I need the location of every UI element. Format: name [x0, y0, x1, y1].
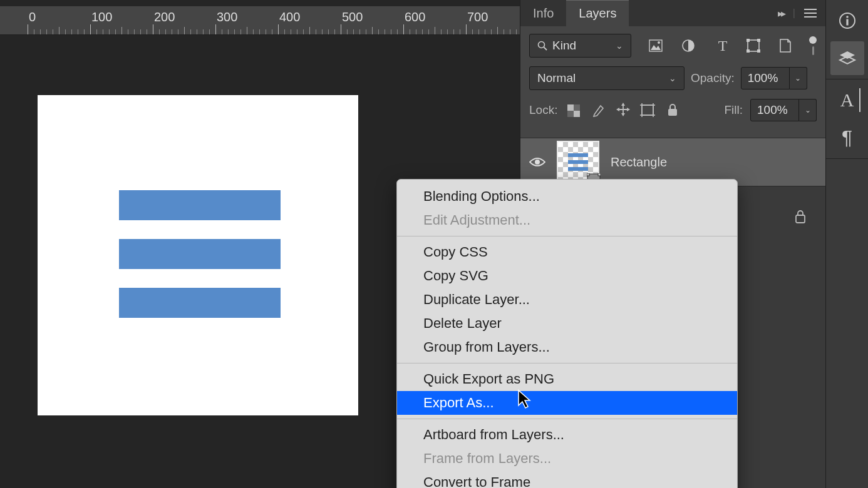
shape-rectangle-3[interactable]	[119, 288, 281, 318]
ruler-tick	[40, 29, 41, 34]
ruler-tick	[510, 29, 510, 34]
ruler-tick	[504, 29, 504, 34]
search-icon	[537, 41, 547, 51]
menu-item[interactable]: Export As...	[397, 391, 737, 415]
svg-point-36	[846, 16, 849, 18]
ruler-tick	[253, 29, 254, 34]
panel-menu-icon[interactable]	[804, 8, 817, 18]
filter-pixel-icon[interactable]	[649, 39, 666, 52]
ruler-tick	[460, 29, 460, 34]
lock-pixels-icon[interactable]	[590, 101, 607, 119]
filter-type-icon[interactable]: T	[714, 38, 731, 54]
menu-item: Edit Adjustment...	[397, 208, 737, 232]
ruler-tick	[472, 29, 473, 34]
ruler-tick	[96, 29, 97, 34]
layer-thumbnail[interactable]	[557, 141, 599, 183]
svg-marker-18	[621, 103, 625, 106]
svg-rect-14	[567, 104, 574, 111]
lock-all-icon[interactable]	[664, 101, 681, 119]
artboard[interactable]	[38, 95, 358, 415]
ruler-tick	[428, 29, 429, 34]
ruler-tick	[197, 29, 197, 34]
svg-marker-20	[616, 108, 619, 111]
editor-top-strip	[0, 0, 520, 6]
menu-item[interactable]: Blending Options...	[397, 185, 737, 208]
opacity-stepper[interactable]: ⌄	[790, 67, 807, 89]
ruler-tick	[159, 29, 160, 34]
ruler-tick	[385, 29, 385, 34]
ruler-tick	[140, 29, 141, 34]
visibility-toggle-icon[interactable]	[529, 156, 545, 168]
ruler-label: 700	[467, 10, 488, 24]
filter-smartobject-icon[interactable]	[779, 38, 797, 53]
ruler-tick	[247, 27, 247, 34]
ruler-tick	[297, 29, 297, 34]
dock-character-icon[interactable]: A	[830, 83, 864, 117]
svg-marker-19	[621, 113, 625, 116]
dock-paragraph-icon[interactable]: ¶	[830, 121, 864, 155]
ruler-tick	[147, 29, 147, 34]
ruler-label: 500	[342, 10, 363, 24]
filter-toggle-track[interactable]	[812, 46, 814, 55]
ruler-tick	[272, 29, 272, 34]
svg-rect-12	[747, 49, 750, 53]
ruler-tick	[128, 29, 128, 34]
filter-adjustment-icon[interactable]	[681, 39, 699, 53]
ruler-tick	[441, 29, 442, 34]
ruler-tick	[71, 29, 72, 34]
ruler-tick	[322, 29, 323, 34]
tab-layers[interactable]: Layers	[566, 0, 629, 26]
fill-stepper[interactable]: ⌄	[799, 99, 817, 121]
collapse-panel-icon[interactable]: ▸▸	[778, 8, 784, 19]
dock-info-icon[interactable]	[830, 4, 864, 38]
ruler-label: 100	[91, 10, 112, 24]
menu-item[interactable]: Quick Export as PNG	[397, 367, 737, 391]
ruler-tick	[34, 29, 34, 34]
lock-icon[interactable]	[794, 209, 807, 224]
ruler-tick	[78, 29, 78, 34]
svg-rect-10	[747, 39, 750, 42]
ruler-tick	[353, 29, 354, 34]
menu-item[interactable]: Delete Layer	[397, 312, 737, 335]
menu-item[interactable]: Artboard from Layers...	[397, 423, 737, 447]
svg-rect-11	[757, 39, 760, 42]
ruler-tick	[215, 24, 216, 34]
opacity-field[interactable]: 100%	[741, 67, 790, 89]
layer-context-menu[interactable]: Blending Options...Edit Adjustment...Cop…	[396, 179, 738, 488]
menu-item[interactable]: Copy SVG	[397, 264, 737, 288]
ruler-tick	[240, 29, 241, 34]
dock-layers-icon[interactable]	[830, 41, 864, 75]
ruler-tick	[485, 29, 485, 34]
lock-transparency-icon[interactable]	[565, 102, 582, 119]
fill-label: Fill:	[724, 103, 743, 117]
ruler-tick	[234, 29, 235, 34]
ruler-tick	[359, 29, 360, 34]
menu-item[interactable]: Convert to Frame	[397, 470, 737, 488]
menu-item[interactable]: Group from Layers...	[397, 335, 737, 359]
ruler-tick	[121, 27, 122, 34]
menu-item[interactable]: Copy CSS	[397, 240, 737, 264]
fill-field[interactable]: 100%	[750, 99, 799, 121]
layer-filter-kind-dropdown[interactable]: Kind ⌄	[529, 34, 631, 58]
svg-marker-21	[627, 108, 630, 111]
filter-kind-label: Kind	[552, 39, 576, 53]
menu-item[interactable]: Duplicate Layer...	[397, 288, 737, 312]
menu-separator	[397, 363, 737, 363]
ruler-tick	[266, 29, 266, 34]
shape-rectangle-2[interactable]	[119, 239, 281, 269]
tab-info[interactable]: Info	[520, 0, 566, 26]
lock-artboard-icon[interactable]	[639, 101, 656, 119]
layer-name-label[interactable]: Rectangle	[611, 155, 667, 170]
ruler-tick	[259, 29, 260, 34]
ruler-tick	[53, 29, 53, 34]
svg-rect-31	[598, 173, 601, 176]
svg-point-7	[658, 41, 660, 44]
ruler-tick	[341, 24, 341, 34]
lock-position-icon[interactable]	[614, 101, 632, 118]
filter-toggle-dot[interactable]	[809, 36, 817, 44]
ruler-tick	[228, 29, 229, 34]
blend-mode-dropdown[interactable]: Normal ⌄	[529, 66, 685, 90]
svg-marker-6	[651, 45, 661, 50]
filter-shape-icon[interactable]	[747, 39, 764, 53]
shape-rectangle-1[interactable]	[119, 190, 281, 220]
